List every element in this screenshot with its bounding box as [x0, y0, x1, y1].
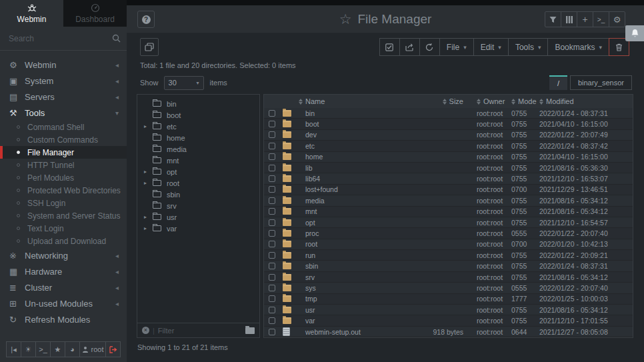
cell-name[interactable]: sys: [297, 284, 425, 292]
row-checkbox[interactable]: [269, 153, 275, 160]
breadcrumb-root[interactable]: /: [549, 75, 567, 90]
tree-item-home[interactable]: home: [137, 132, 259, 143]
row-checkbox[interactable]: [269, 329, 275, 335]
sidebar-item-perl-modules[interactable]: Perl Modules: [0, 171, 127, 184]
table-row-tmp[interactable]: tmp root:root 1777 2022/01/25 - 10:00:03: [264, 294, 633, 305]
page-size-select[interactable]: 30 ▾: [164, 76, 204, 90]
cell-name[interactable]: run: [297, 251, 425, 259]
expand-caret-icon[interactable]: ▸: [144, 169, 153, 175]
tree-item-mnt[interactable]: mnt: [137, 155, 259, 166]
tree-item-media[interactable]: media: [137, 143, 259, 155]
select-all-button[interactable]: [379, 38, 400, 56]
collapse-sidebar-button[interactable]: |◂: [6, 341, 21, 357]
row-checkbox[interactable]: [269, 110, 275, 117]
table-row-sys[interactable]: sys root:root 0555 2022/01/22 - 20:07:40: [264, 283, 633, 293]
row-checkbox[interactable]: [269, 197, 275, 204]
sidebar-item-upload-and-download[interactable]: Upload and Download: [0, 235, 127, 247]
cell-name[interactable]: usr: [297, 306, 425, 314]
column-header-owner[interactable]: Owner: [471, 97, 506, 105]
add-tab-button[interactable]: +: [577, 11, 593, 27]
tree-item-root[interactable]: ▸ root: [137, 177, 259, 189]
shell-button[interactable]: >_: [35, 341, 51, 357]
table-row-etc[interactable]: etc root:root 0755 2022/01/24 - 08:37:42: [264, 141, 633, 151]
sidebar-item-custom-commands[interactable]: Custom Commands: [0, 133, 127, 146]
tab-dashboard[interactable]: Dashboard: [63, 0, 127, 27]
table-row-root[interactable]: root root:root 0700 2022/01/20 - 10:42:1…: [264, 239, 633, 250]
tools-menu-button[interactable]: Tools▾: [508, 38, 549, 56]
row-checkbox[interactable]: [269, 230, 275, 237]
table-row-home[interactable]: home root:root 0755 2021/04/10 - 16:15:0…: [264, 152, 633, 163]
table-row-lib[interactable]: lib root:root 0755 2021/08/16 - 05:36:30: [264, 163, 633, 173]
table-row-lost-found[interactable]: lost+found root:root 0700 2021/12/29 - 1…: [264, 185, 633, 195]
filter-button[interactable]: [545, 11, 561, 27]
cell-name[interactable]: tmp: [297, 295, 425, 303]
language-button[interactable]: ◕: [65, 341, 80, 357]
sidebar-item-hardware[interactable]: ▦ Hardware ◂: [0, 263, 127, 279]
help-button[interactable]: ?: [137, 11, 155, 28]
cell-name[interactable]: proc: [297, 229, 425, 237]
row-checkbox[interactable]: [269, 252, 275, 259]
table-row-opt[interactable]: opt root:root 0755 2021/12/10 - 16:54:57: [264, 217, 633, 228]
sidebar-item-command-shell[interactable]: Command Shell: [0, 121, 127, 133]
expand-caret-icon[interactable]: ▸: [144, 123, 153, 129]
table-row-mnt[interactable]: mnt root:root 0755 2021/08/16 - 05:34:12: [264, 207, 633, 217]
folder-icon[interactable]: [245, 327, 255, 334]
sidebar-item-servers[interactable]: ▤ Servers ◂: [0, 89, 127, 105]
favorite-star-icon[interactable]: ☆: [339, 12, 352, 26]
row-checkbox[interactable]: [269, 143, 275, 149]
tree-item-usr[interactable]: ▸ usr: [137, 211, 259, 223]
breadcrumb-host[interactable]: binary_sensor: [570, 75, 632, 90]
cell-name[interactable]: opt: [297, 219, 425, 227]
tree-item-srv[interactable]: srv: [137, 200, 259, 211]
cell-name[interactable]: webmin-setup.out: [297, 328, 425, 336]
table-row-dev[interactable]: dev root:root 0755 2022/01/22 - 20:07:49: [264, 130, 633, 141]
sidebar-item-cluster[interactable]: ≣ Cluster ◂: [0, 279, 127, 295]
row-checkbox[interactable]: [269, 317, 275, 324]
sidebar-item-file-manager[interactable]: File Manager: [0, 146, 127, 159]
bookmarks-menu-button[interactable]: Bookmarks▾: [547, 38, 609, 56]
row-checkbox[interactable]: [269, 121, 275, 127]
table-row-media[interactable]: media root:root 0755 2021/08/16 - 05:34:…: [264, 195, 633, 206]
edit-menu-button[interactable]: Edit▾: [473, 38, 509, 56]
sidebar-item-text-login[interactable]: Text Login: [0, 222, 127, 235]
row-checkbox[interactable]: [269, 165, 275, 171]
table-row-run[interactable]: run root:root 0755 2022/01/22 - 20:09:21: [264, 250, 633, 261]
column-header-modified[interactable]: Modified: [534, 97, 633, 105]
table-row-boot[interactable]: boot root:root 0755 2021/04/10 - 16:15:0…: [264, 119, 633, 129]
expand-caret-icon[interactable]: ▸: [144, 180, 153, 186]
cell-name[interactable]: sbin: [297, 262, 425, 270]
column-header-name[interactable]: Name: [297, 97, 425, 105]
tree-item-var[interactable]: ▸ var: [137, 223, 259, 234]
notifications-tab[interactable]: [625, 25, 644, 41]
theme-button[interactable]: ☀: [21, 341, 36, 357]
table-row-lib64[interactable]: lib64 root:root 0755 2021/12/10 - 16:53:…: [264, 173, 633, 184]
refresh-button[interactable]: [419, 38, 440, 56]
column-header-mode[interactable]: Mode: [506, 97, 534, 105]
row-checkbox[interactable]: [269, 274, 275, 281]
row-checkbox[interactable]: [269, 208, 275, 215]
cell-name[interactable]: mnt: [297, 207, 425, 215]
cell-name[interactable]: var: [297, 317, 425, 325]
cell-name[interactable]: etc: [297, 142, 425, 150]
cell-name[interactable]: lost+found: [297, 185, 425, 193]
cell-name[interactable]: root: [297, 240, 425, 248]
table-row-bin[interactable]: bin root:root 0755 2022/01/24 - 08:37:31: [264, 108, 633, 119]
cell-name[interactable]: home: [297, 153, 425, 161]
row-checkbox[interactable]: [269, 263, 275, 269]
table-row-var[interactable]: var root:root 0755 2021/12/10 - 17:01:55: [264, 315, 633, 326]
export-button[interactable]: [399, 38, 420, 56]
cell-name[interactable]: media: [297, 197, 425, 205]
row-checkbox[interactable]: [269, 285, 275, 291]
tree-item-sbin[interactable]: sbin: [137, 189, 259, 200]
settings-button[interactable]: ⚙: [609, 11, 625, 27]
table-row-usr[interactable]: usr root:root 0755 2021/08/16 - 05:34:12: [264, 305, 633, 315]
cell-name[interactable]: dev: [297, 131, 425, 139]
expand-caret-icon[interactable]: ▸: [144, 225, 153, 231]
row-checkbox[interactable]: [269, 175, 275, 182]
tree-item-boot[interactable]: boot: [137, 109, 259, 121]
cell-name[interactable]: lib64: [297, 175, 425, 183]
user-button[interactable]: root: [79, 341, 106, 357]
table-row-srv[interactable]: srv root:root 0755 2021/08/16 - 05:34:12: [264, 272, 633, 283]
row-checkbox[interactable]: [269, 241, 275, 247]
sidebar-item-un-used-modules[interactable]: ⊞ Un-used Modules ◂: [0, 295, 127, 311]
